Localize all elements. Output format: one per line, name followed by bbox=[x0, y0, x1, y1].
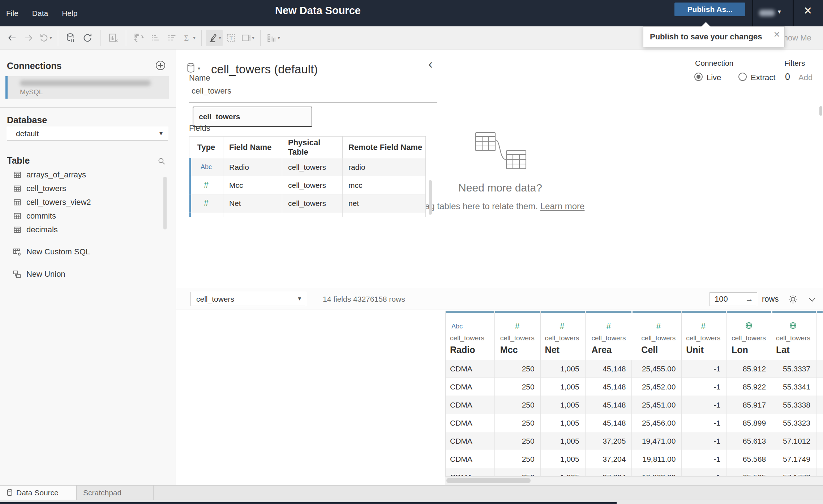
sidebar-table-cell_towers[interactable]: cell_towers bbox=[0, 182, 170, 195]
table-grid-icon bbox=[13, 225, 22, 234]
sidebar-table-cell_towers_view2[interactable]: cell_towers_view2 bbox=[0, 195, 170, 209]
caret-down-icon: ▾ bbox=[298, 295, 301, 302]
extract-radio[interactable] bbox=[738, 73, 747, 81]
grid-row: CDMA2501,00545,14825,452.00-185.92255.33… bbox=[446, 378, 823, 396]
table-node-cell-towers[interactable]: cell_towers bbox=[193, 107, 312, 127]
add-connection-icon[interactable] bbox=[155, 60, 166, 71]
grid-column-header-Unit[interactable]: #cell_towersUnit bbox=[682, 311, 726, 360]
caret-down-icon: ▾ bbox=[193, 35, 196, 40]
sort-descending-icon[interactable] bbox=[164, 30, 180, 46]
menu-help[interactable]: Help bbox=[62, 9, 77, 18]
table-grid-icon bbox=[13, 198, 22, 207]
menu-file[interactable]: File bbox=[6, 9, 18, 18]
pane-table-select[interactable]: cell_towers ▾ bbox=[190, 292, 306, 306]
name-input[interactable]: cell_towers bbox=[192, 86, 231, 96]
column-accent-strip bbox=[772, 311, 816, 313]
filters-add-link[interactable]: Add bbox=[798, 73, 813, 82]
fields-table-scrollbar[interactable] bbox=[429, 180, 432, 215]
grid-cell: 25,452.00 bbox=[632, 378, 682, 396]
svg-text:Σ: Σ bbox=[184, 33, 189, 42]
grid-column-header-Mcc[interactable]: #cell_towersMcc bbox=[495, 311, 541, 360]
grid-column-header-Cell[interactable]: #cell_towersCell bbox=[632, 311, 682, 360]
collapse-panel-icon[interactable]: ‹ bbox=[428, 57, 433, 72]
field-name-cell: Net bbox=[223, 194, 282, 212]
column-table-label: cell_towers bbox=[776, 334, 810, 342]
sidebar-table-commits[interactable]: commits bbox=[0, 209, 170, 223]
connection-accent-bar bbox=[5, 76, 8, 99]
empty-state-title: Need more data? bbox=[446, 182, 554, 194]
action-union[interactable]: New Union bbox=[0, 267, 170, 281]
gear-icon[interactable] bbox=[788, 294, 798, 305]
chevron-down-icon[interactable] bbox=[808, 295, 816, 304]
undo-icon[interactable] bbox=[4, 30, 20, 46]
database-select[interactable]: default ▾ bbox=[7, 127, 168, 141]
highlight-icon[interactable]: ▾ bbox=[206, 30, 223, 46]
tab-scratchpad[interactable]: Scratchpad bbox=[77, 486, 154, 500]
sort-ascending-icon[interactable] bbox=[147, 30, 164, 46]
field-type-cell: Abc bbox=[189, 158, 223, 176]
apply-rows-arrow-icon[interactable]: → bbox=[745, 293, 753, 306]
user-menu[interactable] bbox=[759, 10, 775, 16]
show-me-panel-icon[interactable]: ▾ bbox=[265, 30, 282, 46]
name-label: Name bbox=[189, 73, 210, 83]
text-box-icon[interactable]: T bbox=[223, 30, 239, 46]
publish-as-button[interactable]: Publish As... bbox=[674, 3, 745, 16]
connection-item[interactable]: MySQL bbox=[5, 76, 169, 99]
live-radio-label[interactable]: Live bbox=[707, 73, 721, 82]
grid-cell: 25,451.00 bbox=[632, 396, 682, 414]
search-icon[interactable] bbox=[157, 156, 166, 166]
grid-column-header-Radio[interactable]: Abccell_towersRadio bbox=[446, 311, 495, 360]
datasource-cylinder-icon[interactable] bbox=[186, 63, 196, 73]
totals-icon[interactable]: Σ▾ bbox=[180, 30, 197, 46]
extract-radio-label[interactable]: Extract bbox=[751, 73, 775, 82]
field-type-cell: # bbox=[189, 176, 223, 194]
table-list-scrollbar[interactable] bbox=[163, 177, 167, 229]
grid-horizontal-scrollbar[interactable] bbox=[445, 476, 823, 485]
grid-vertical-scrollbar[interactable] bbox=[819, 106, 822, 116]
grid-cell: 65.568 bbox=[726, 450, 772, 468]
field-name-cell: Mcc bbox=[223, 176, 282, 194]
grid-cell: CDMA bbox=[446, 396, 495, 414]
grid-cell: 250 bbox=[495, 396, 541, 414]
datasource-title: cell_towers (default) bbox=[211, 63, 318, 76]
tab-data-source[interactable]: Data Source bbox=[0, 486, 77, 500]
tooltip-close-icon[interactable]: × bbox=[773, 28, 780, 40]
live-radio[interactable] bbox=[694, 73, 703, 81]
grid-cell: -1 bbox=[682, 360, 726, 378]
field-row-Net[interactable]: #Netcell_towersnet bbox=[189, 194, 425, 212]
grid-column-header-Lat[interactable]: cell_towersLat bbox=[772, 311, 816, 360]
action-custom-sql[interactable]: New Custom SQL bbox=[0, 245, 170, 259]
pause-updates-icon[interactable] bbox=[63, 30, 79, 46]
menu-data[interactable]: Data bbox=[32, 9, 48, 18]
column-table-label: cell_towers bbox=[732, 334, 766, 342]
grid-column-header-partial bbox=[816, 311, 823, 360]
learn-more-link[interactable]: Learn more bbox=[540, 201, 585, 211]
grid-column-header-Lon[interactable]: cell_towersLon bbox=[726, 311, 772, 360]
grid-column-header-Area[interactable]: #cell_towersArea bbox=[586, 311, 632, 360]
grid-cell: 55.3341 bbox=[772, 378, 816, 396]
field-row-Radio[interactable]: AbcRadiocell_towersradio bbox=[189, 158, 425, 176]
caret-down-icon[interactable]: ▾ bbox=[198, 65, 200, 71]
grid-cell: -1 bbox=[682, 450, 726, 468]
clear-sheet-icon[interactable] bbox=[105, 30, 121, 46]
user-caret-icon[interactable]: ▾ bbox=[778, 8, 781, 16]
replay-icon[interactable]: ▾ bbox=[37, 30, 53, 46]
toolbar-items: ▾Σ▾▾T▾▾ bbox=[4, 26, 282, 49]
refresh-icon[interactable] bbox=[79, 30, 96, 46]
grid-horizontal-scrollbar-thumb[interactable] bbox=[446, 478, 531, 483]
sidebar-table-decimals[interactable]: decimals bbox=[0, 223, 170, 237]
rows-count-input[interactable]: 100 → bbox=[710, 292, 757, 306]
custom-sql-icon bbox=[12, 247, 22, 257]
window-close-icon[interactable]: × bbox=[804, 4, 812, 17]
grid-column-header-Net[interactable]: #cell_towersNet bbox=[541, 311, 586, 360]
svg-text:T: T bbox=[230, 35, 233, 41]
sidebar-table-arrays_of_arrays[interactable]: arrays_of_arrays bbox=[0, 168, 170, 182]
grid-cell: 1,005 bbox=[541, 414, 586, 432]
number-type-icon: # bbox=[701, 322, 706, 331]
field-row-Mcc[interactable]: #Mcccell_towersmcc bbox=[189, 176, 425, 194]
swap-rows-columns-icon[interactable] bbox=[130, 30, 147, 46]
redo-icon[interactable] bbox=[20, 30, 37, 46]
fit-width-icon[interactable]: ▾ bbox=[239, 30, 256, 46]
grid-cell: 1,005 bbox=[541, 378, 586, 396]
grid-cell: 250 bbox=[495, 450, 541, 468]
